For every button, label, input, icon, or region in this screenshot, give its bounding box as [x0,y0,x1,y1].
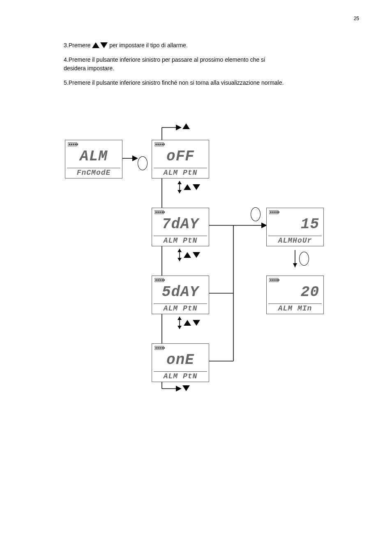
lcd-main: 15 [267,215,323,234]
lcd-off: oFF ALM PtN [152,140,209,178]
lcd-fnc-mode: ALM FnCModE [65,140,122,178]
lcd-sub: ALM PtN [152,304,209,313]
lcd-main: 5dAY [152,283,209,302]
battery-icon [68,142,78,147]
lcd-main: ALM [65,147,122,167]
lcd-main: onE [152,350,209,370]
alarm-mode-diagram: ALM FnCModE oFF ALM PtN 7dAY ALM PtN 5dA… [0,0,392,556]
battery-icon [154,142,165,147]
lcd-main: oFF [152,147,209,167]
button-icon [299,252,309,266]
lcd-5day: 5dAY ALM PtN [152,276,209,314]
lcd-min: 20 ALM MIn [266,276,324,314]
battery-icon [269,278,280,283]
lcd-sub: ALM PtN [152,168,209,177]
lcd-main: 7dAY [152,215,209,234]
battery-icon [154,210,165,215]
battery-icon [269,210,280,215]
up-icon [182,123,190,131]
up-down-icon [184,320,200,328]
lcd-sub: ALM MIn [267,304,323,313]
lcd-sub: ALMHoUr [267,236,323,245]
lcd-sub: FnCModE [65,168,122,177]
button-icon [251,207,261,221]
svg-marker-25 [293,263,297,267]
up-down-icon [184,252,200,260]
lcd-hour: 15 ALMHoUr [266,208,324,246]
lcd-7day: 7dAY ALM PtN [152,208,209,246]
up-down-icon [184,184,200,192]
lcd-main: 20 [267,283,323,302]
battery-icon [154,345,165,350]
lcd-one: onE ALM PtN [152,343,209,382]
battery-icon [154,278,165,283]
lcd-sub: ALM PtN [152,372,209,381]
down-icon [182,385,190,393]
lcd-sub: ALM PtN [152,236,209,245]
button-icon [138,156,148,170]
